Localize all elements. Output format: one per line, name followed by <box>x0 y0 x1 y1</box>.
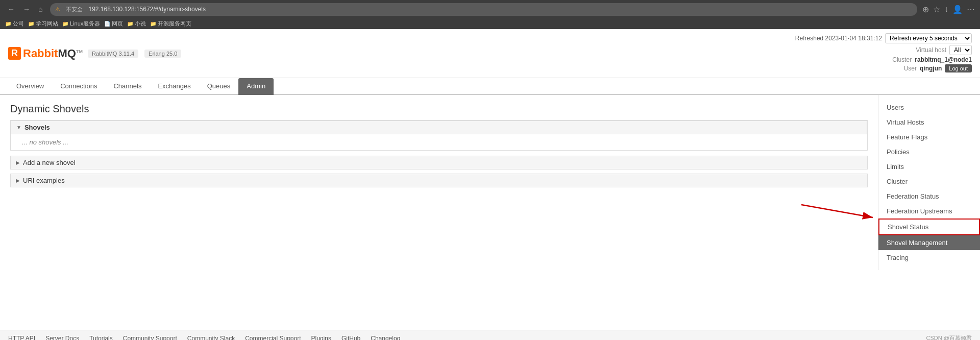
refresh-row: Refreshed 2023-01-04 18:31:12 Refresh ev… <box>795 33 972 43</box>
security-icon: ⚠ <box>55 6 60 13</box>
browser-address-bar[interactable]: ⚠ 不安全 192.168.130.128:15672/#/dynamic-sh… <box>50 3 917 16</box>
refreshed-timestamp: Refreshed 2023-01-04 18:31:12 <box>795 35 882 42</box>
logout-button[interactable]: Log out <box>945 64 972 72</box>
shovels-section-header[interactable]: ▼ Shovels <box>11 120 867 134</box>
bookmark-company-icon: 📁 <box>5 21 11 27</box>
footer-link-community-support[interactable]: Community Support <box>123 335 177 341</box>
uri-examples-label: URI examples <box>23 177 65 184</box>
erlang-version: Erlang 25.0 <box>144 50 181 58</box>
cluster-row: Cluster rabbitmq_1@node1 <box>795 56 972 63</box>
browser-nav-buttons: ← → ⌂ <box>5 4 45 14</box>
sidebar-item-tracing[interactable]: Tracing <box>878 250 980 265</box>
logo-text: RabbitMQTM <box>23 47 83 60</box>
user-value: qingjun <box>920 65 942 72</box>
home-button[interactable]: ⌂ <box>36 4 45 14</box>
app-header: R RabbitMQTM RabbitMQ 3.11.4 Erlang 25.0… <box>0 29 980 78</box>
footer-link-commercial-support[interactable]: Commercial Support <box>245 335 301 341</box>
sidebar-item-feature-flags[interactable]: Feature Flags <box>878 130 980 144</box>
footer-link-http-api[interactable]: HTTP API <box>8 335 35 341</box>
version-info: RabbitMQ 3.11.4 Erlang 25.0 <box>88 50 181 58</box>
vhost-row: Virtual host All <box>795 45 972 55</box>
add-shovel-section: ▶ Add a new shovel <box>10 156 868 169</box>
shovels-section-label: Shovels <box>24 124 50 131</box>
tab-overview[interactable]: Overview <box>8 78 52 95</box>
bookmark-novel-icon: 📁 <box>127 21 133 27</box>
footer-link-server-docs[interactable]: Server Docs <box>45 335 79 341</box>
rabbitmq-version: RabbitMQ 3.11.4 <box>88 50 138 58</box>
vhost-label: Virtual host <box>916 46 946 54</box>
cluster-label: Cluster <box>892 56 912 63</box>
footer-link-community-slack[interactable]: Community Slack <box>187 335 235 341</box>
sidebar-item-shovel-status[interactable]: Shovel Status <box>878 218 980 235</box>
bookmark-linux-icon: 📁 <box>62 21 68 27</box>
shovels-triangle-icon: ▼ <box>16 125 21 130</box>
tab-queues[interactable]: Queues <box>199 78 239 95</box>
right-sidebar: Users Virtual Hosts Feature Flags Polici… <box>878 95 980 270</box>
uri-examples-section: ▶ URI examples <box>10 174 868 187</box>
sidebar-item-federation-upstreams[interactable]: Federation Upstreams <box>878 204 980 218</box>
logo-area: R RabbitMQTM RabbitMQ 3.11.4 Erlang 25.0 <box>8 47 181 60</box>
bookmark-novel[interactable]: 📁 小说 <box>127 20 146 28</box>
add-shovel-label: Add a new shovel <box>23 159 76 166</box>
nav-tabs: Overview Connections Channels Exchanges … <box>0 78 980 95</box>
tab-connections[interactable]: Connections <box>52 78 105 95</box>
uri-examples-header[interactable]: ▶ URI examples <box>10 174 868 187</box>
add-shovel-triangle-icon: ▶ <box>16 160 20 165</box>
add-shovel-header[interactable]: ▶ Add a new shovel <box>10 156 868 169</box>
bookmark-opensource[interactable]: 📁 开源服务网页 <box>150 20 191 28</box>
sidebar-item-policies[interactable]: Policies <box>878 144 980 159</box>
tab-channels[interactable]: Channels <box>105 78 150 95</box>
bookmark-star-icon: ☆ <box>933 5 940 14</box>
tab-exchanges[interactable]: Exchanges <box>150 78 199 95</box>
sidebar-item-cluster[interactable]: Cluster <box>878 174 980 189</box>
sidebar-item-shovel-management[interactable]: Shovel Management <box>878 235 980 250</box>
refresh-select[interactable]: Refresh every 5 seconds Refresh every 10… <box>885 33 972 43</box>
main-layout: Dynamic Shovels ▼ Shovels ... no shovels… <box>0 95 980 330</box>
bookmark-learn[interactable]: 📁 学习网站 <box>28 20 58 28</box>
menu-icon: ⋯ <box>967 5 975 14</box>
sidebar-item-users[interactable]: Users <box>878 100 980 115</box>
footer-link-plugins[interactable]: Plugins <box>311 335 331 341</box>
shovels-section: ▼ Shovels ... no shovels ... <box>10 120 868 151</box>
profile-icon: 👤 <box>952 5 963 14</box>
app-footer: HTTP API Server Docs Tutorials Community… <box>0 330 980 340</box>
sidebar-item-limits[interactable]: Limits <box>878 159 980 174</box>
download-icon: ↓ <box>944 5 948 14</box>
footer-link-changelog[interactable]: Changelog <box>371 335 400 341</box>
bookmark-learn-icon: 📁 <box>28 21 34 27</box>
bookmark-linux[interactable]: 📁 Linux服务器 <box>62 20 100 28</box>
user-label: User <box>904 65 917 72</box>
sidebar-item-federation-status[interactable]: Federation Status <box>878 189 980 204</box>
user-row: User qingjun Log out <box>795 64 972 72</box>
footer-link-tutorials[interactable]: Tutorials <box>89 335 113 341</box>
vhost-select[interactable]: All <box>949 45 972 55</box>
tab-admin[interactable]: Admin <box>238 78 274 95</box>
logo-icon: R <box>8 47 21 60</box>
security-label: 不安全 <box>63 5 85 14</box>
footer-credit: CSDN @百慕倾君 <box>926 334 972 340</box>
content-area: Dynamic Shovels ▼ Shovels ... no shovels… <box>0 95 878 330</box>
url-text: 192.168.130.128:15672/#/dynamic-shovels <box>88 6 206 13</box>
bookmark-web-icon: 📄 <box>104 21 110 27</box>
extensions-icon: ⊕ <box>922 5 929 14</box>
sidebar-wrapper: Users Virtual Hosts Feature Flags Polici… <box>878 95 980 330</box>
uri-examples-triangle-icon: ▶ <box>16 178 20 183</box>
bookmark-web[interactable]: 📄 网页 <box>104 20 123 28</box>
bookmark-opensource-icon: 📁 <box>150 21 156 27</box>
bookmark-toolbar: 📁 公司 📁 学习网站 📁 Linux服务器 📄 网页 📁 小说 📁 开源服务网… <box>0 18 980 29</box>
header-right: Refreshed 2023-01-04 18:31:12 Refresh ev… <box>795 33 972 74</box>
shovels-body: ... no shovels ... <box>11 134 867 150</box>
back-button[interactable]: ← <box>5 4 17 14</box>
footer-link-github[interactable]: GitHub <box>341 335 360 341</box>
page-title: Dynamic Shovels <box>10 103 868 115</box>
sidebar-item-virtual-hosts[interactable]: Virtual Hosts <box>878 115 980 130</box>
browser-chrome: ← → ⌂ ⚠ 不安全 192.168.130.128:15672/#/dyna… <box>0 0 980 18</box>
no-shovels-message: ... no shovels ... <box>17 132 74 152</box>
bookmark-company[interactable]: 📁 公司 <box>5 20 24 28</box>
cluster-value: rabbitmq_1@node1 <box>915 56 972 63</box>
forward-button[interactable]: → <box>20 4 33 14</box>
